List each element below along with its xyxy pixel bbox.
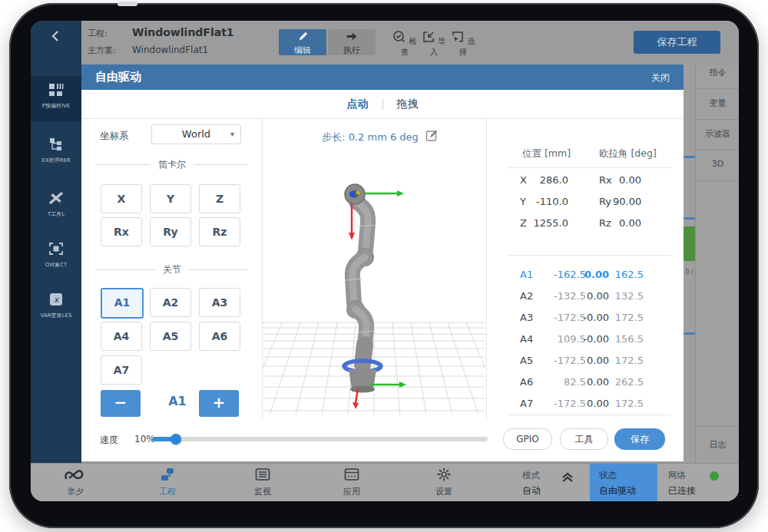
jog-button-rx[interactable]: Rx bbox=[101, 217, 142, 246]
tablet-power-button bbox=[118, 2, 137, 6]
coordinate-system-value: World bbox=[182, 128, 210, 140]
apps-window-icon bbox=[344, 468, 359, 481]
mode-label: 模式 bbox=[522, 470, 540, 481]
euler-value: 0.00 bbox=[613, 217, 641, 229]
variables-x-icon: x bbox=[48, 292, 64, 306]
expand-chevrons-icon[interactable] bbox=[561, 471, 574, 484]
sidebar-item-label: O对象CT bbox=[31, 261, 81, 269]
run-mode-button[interactable]: 执行 bbox=[328, 29, 376, 55]
check-circle-icon bbox=[392, 30, 406, 44]
euler-axis: Rz bbox=[599, 217, 611, 229]
speed-label: 速度 bbox=[100, 434, 118, 447]
chevron-left-icon bbox=[47, 27, 65, 45]
joint-max: 156.5 bbox=[598, 333, 644, 345]
peek-counter: 0 / bbox=[684, 269, 695, 276]
free-drive-dialog: 自由驱动 关闭 点动 拖拽 坐标系 World ▾ 笛卡尔 X bbox=[81, 64, 684, 461]
joint-name: A2 bbox=[520, 290, 533, 302]
tab-3d[interactable]: 3D bbox=[696, 159, 739, 169]
jog-button-a5[interactable]: A5 bbox=[150, 322, 191, 351]
back-button[interactable] bbox=[47, 27, 65, 45]
pos-axis: X bbox=[520, 174, 527, 186]
pos-axis: Z bbox=[520, 217, 527, 229]
select-button[interactable]: 选择 bbox=[448, 30, 478, 58]
jog-button-a6[interactable]: A6 bbox=[199, 322, 240, 351]
jog-button-y[interactable]: Y bbox=[150, 184, 191, 213]
nav-item-project[interactable]: 工程 bbox=[137, 468, 198, 497]
divider bbox=[508, 255, 671, 256]
status-value: 自由驱动 bbox=[599, 484, 636, 497]
pencil-icon bbox=[297, 31, 309, 41]
sidebar-item-label: EX程序RER bbox=[31, 157, 81, 164]
chevron-down-icon: ▾ bbox=[230, 125, 234, 144]
network-status-dot bbox=[710, 471, 719, 481]
sidebar-item-label: T工具L bbox=[31, 210, 81, 218]
joint-name: A5 bbox=[520, 355, 533, 366]
euler-axis: Rx bbox=[599, 174, 612, 186]
jog-button-z[interactable]: Z bbox=[199, 184, 240, 213]
joint-name: A3 bbox=[520, 312, 533, 323]
save-button[interactable]: 保存 bbox=[614, 428, 665, 450]
tab-separator bbox=[382, 99, 383, 110]
euler-value: 90.00 bbox=[613, 196, 641, 207]
tablet-frame: P预编程IVE EX程序RER T工具L O对象CT x VAR变量LES bbox=[9, 3, 759, 528]
sidebar-item-object[interactable]: O对象CT bbox=[31, 235, 81, 281]
joint-max: 172.5 bbox=[598, 398, 644, 409]
tab-commands[interactable]: 指令 bbox=[696, 67, 739, 78]
sidebar-item-explorer[interactable]: EX程序RER bbox=[31, 131, 81, 177]
pos-axis: Y bbox=[520, 196, 526, 207]
tab-variables[interactable]: 变量 bbox=[696, 97, 739, 109]
jog-button-ry[interactable]: Ry bbox=[150, 217, 191, 246]
save-project-button[interactable]: 保存工程 bbox=[634, 31, 720, 54]
speed-slider-thumb[interactable] bbox=[170, 434, 181, 444]
network-value: 已连接 bbox=[668, 484, 696, 497]
gpio-button[interactable]: GPIO bbox=[503, 428, 552, 450]
jog-button-x[interactable]: X bbox=[101, 184, 142, 213]
sidebar-item-tool[interactable]: T工具L bbox=[31, 184, 81, 230]
nav-brand[interactable]: 非夕 bbox=[45, 468, 106, 497]
check-button[interactable]: 检查 bbox=[389, 30, 420, 58]
scheme-label: 主方案: bbox=[88, 45, 116, 56]
edit-mode-button[interactable]: 编辑 bbox=[279, 29, 326, 55]
sidebar-item-variables[interactable]: x VAR变量LES bbox=[31, 286, 81, 332]
tab-jog[interactable]: 点动 bbox=[347, 97, 369, 111]
tab-drag[interactable]: 拖拽 bbox=[397, 97, 419, 111]
nav-item-label: 设置 bbox=[413, 486, 475, 497]
jog-minus-button[interactable]: − bbox=[101, 390, 141, 417]
sidebar-item-label: P预编程IVE bbox=[31, 102, 81, 110]
nav-item-apps[interactable]: 应用 bbox=[321, 468, 382, 497]
position-header: 位置 [mm] bbox=[522, 147, 571, 160]
joint-name: A7 bbox=[520, 398, 533, 409]
jog-button-a3[interactable]: A3 bbox=[199, 288, 240, 317]
jog-drag-tabs: 点动 拖拽 bbox=[81, 94, 684, 115]
nav-item-settings[interactable]: 设置 bbox=[413, 468, 475, 497]
tab-oscilloscope[interactable]: 示波器 bbox=[696, 128, 739, 140]
tab-divider bbox=[696, 150, 739, 150]
app-screen: P预编程IVE EX程序RER T工具L O对象CT x VAR变量LES bbox=[31, 21, 739, 501]
tab-divider bbox=[696, 426, 739, 427]
jog-button-a2[interactable]: A2 bbox=[150, 288, 191, 317]
coordinate-system-select[interactable]: World ▾ bbox=[151, 124, 241, 144]
joint-name: A4 bbox=[520, 333, 533, 345]
select-cursor-icon bbox=[451, 30, 465, 44]
jog-button-a1[interactable]: A1 bbox=[101, 288, 144, 319]
import-button[interactable]: 导入 bbox=[419, 30, 449, 58]
speed-slider[interactable] bbox=[152, 437, 488, 441]
status-cell[interactable]: 状态 自由驱动 bbox=[590, 464, 657, 501]
jog-plus-button[interactable]: + bbox=[199, 390, 239, 417]
jog-button-a7[interactable]: A7 bbox=[101, 355, 142, 385]
nav-item-monitor[interactable]: 监视 bbox=[232, 468, 293, 497]
close-button[interactable]: 关闭 bbox=[651, 71, 670, 84]
tool-button[interactable]: 工具 bbox=[560, 428, 608, 450]
sidebar-item-label: VAR变量LES bbox=[31, 312, 81, 319]
cartesian-section-title: 笛卡尔 bbox=[97, 158, 247, 171]
explorer-tree-icon bbox=[48, 137, 64, 151]
jog-button-rz[interactable]: Rz bbox=[199, 217, 240, 246]
page: P预编程IVE EX程序RER T工具L O对象CT x VAR变量LES bbox=[0, 0, 768, 532]
divider bbox=[486, 119, 487, 418]
sidebar-item-primitive[interactable]: P预编程IVE bbox=[31, 76, 81, 122]
flexiv-logo-icon bbox=[64, 468, 87, 481]
tab-log[interactable]: 日志 bbox=[696, 439, 739, 451]
robot-3d-view[interactable] bbox=[263, 119, 485, 418]
coordinate-system-label: 坐标系 bbox=[100, 130, 129, 143]
jog-button-a4[interactable]: A4 bbox=[101, 322, 142, 351]
